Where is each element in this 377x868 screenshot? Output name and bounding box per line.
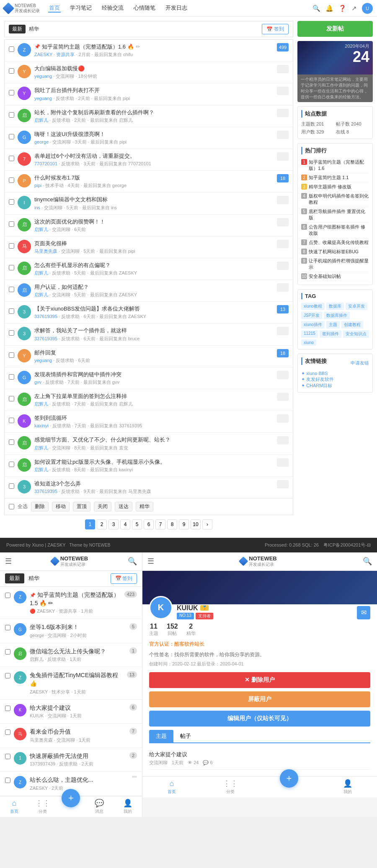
profile-message-button[interactable]: ✉ bbox=[357, 606, 370, 619]
hot-item-1[interactable]: 1 知乎蓝简约主题（完整适配版）1.6 bbox=[301, 158, 369, 173]
page-next[interactable]: › bbox=[202, 519, 212, 529]
post-checkbox[interactable] bbox=[9, 90, 14, 95]
post-checkbox[interactable] bbox=[9, 352, 14, 358]
mobile-tab-newest[interactable]: 最新 bbox=[5, 573, 24, 583]
nav-experience[interactable]: 经验交流 bbox=[101, 4, 124, 13]
post-checkbox[interactable] bbox=[9, 418, 14, 423]
page-2[interactable]: 2 bbox=[97, 519, 107, 529]
post-link[interactable]: 嗨呀！这波UI升级很漂亮啊！ bbox=[34, 131, 105, 138]
hot-item-4[interactable]: 4 版权申明代码插件签名签到化教程 bbox=[301, 192, 369, 207]
nav-notes[interactable]: 学习笔记 bbox=[69, 4, 93, 13]
delete-button[interactable]: 删除 bbox=[31, 502, 49, 511]
mobile-sign-button[interactable]: 📅签到 bbox=[111, 573, 137, 584]
page-7[interactable]: 7 bbox=[155, 519, 165, 529]
search-icon[interactable]: 🔍 bbox=[312, 5, 320, 12]
post-link[interactable]: 签到到流循环 bbox=[34, 414, 67, 422]
post-checkbox[interactable] bbox=[9, 374, 14, 380]
post-checkbox[interactable] bbox=[9, 46, 14, 52]
tag-item[interactable]: 主题 bbox=[326, 321, 340, 329]
post-link[interactable]: 【关于xiunoBBS发信问题】求各位大佬解答 bbox=[34, 305, 140, 313]
tag-item[interactable]: xiuno教程 bbox=[301, 303, 325, 310]
mobile-post-title[interactable]: 微信端怎么无法上传头像呢？ bbox=[30, 647, 126, 656]
mobile-post-checkbox[interactable] bbox=[5, 706, 10, 711]
post-link[interactable]: 发现表情插件和官网的链中插件冲突 bbox=[34, 371, 121, 378]
mobile-post-checkbox[interactable] bbox=[5, 778, 10, 783]
close-button[interactable]: 关闭 bbox=[94, 502, 111, 511]
profile-tab-posts[interactable]: 帖子 bbox=[173, 730, 198, 742]
tag-item[interactable]: 安全知识点 bbox=[343, 330, 369, 338]
mobile-right-post-button[interactable]: + bbox=[280, 769, 298, 788]
hot-item-8[interactable]: 8 快速了机网站标签EBUG bbox=[301, 247, 369, 257]
mobile-post-checkbox[interactable] bbox=[5, 673, 10, 678]
nav-devlog[interactable]: 开发日志 bbox=[165, 4, 188, 13]
profile-tab-topics[interactable]: 主题 bbox=[149, 730, 173, 742]
page-4[interactable]: 4 bbox=[120, 519, 130, 529]
post-link[interactable]: 页面美化很棒 bbox=[34, 240, 67, 247]
post-link[interactable]: 大白编辑器加载慢🔴 bbox=[34, 65, 85, 72]
mobile-nav-post-button[interactable]: + bbox=[62, 789, 80, 807]
page-10[interactable]: 10 bbox=[191, 519, 201, 529]
tag-item[interactable]: xiuno bbox=[301, 339, 316, 346]
tag-item[interactable]: 数据库操作 bbox=[324, 312, 350, 319]
page-1[interactable]: 1 bbox=[85, 519, 95, 529]
post-checkbox[interactable] bbox=[9, 265, 14, 270]
mobile-post-checkbox[interactable] bbox=[5, 754, 10, 759]
user-avatar[interactable]: U bbox=[362, 3, 373, 14]
select-all-checkbox[interactable] bbox=[9, 504, 14, 509]
mobile-nav-profile[interactable]: 👤 我的 bbox=[114, 796, 142, 817]
post-checkbox[interactable] bbox=[9, 199, 14, 205]
post-link[interactable]: 站长，附件这个复制后再刷新查看的什么插件啊？ bbox=[34, 109, 154, 116]
post-checkbox[interactable] bbox=[9, 308, 14, 314]
post-link[interactable]: 邮件回复 bbox=[34, 349, 56, 357]
mobile-nav-message[interactable]: 💬 消息 bbox=[85, 796, 114, 817]
mobile-right-nav-profile[interactable]: 👤 我的 bbox=[318, 777, 377, 797]
mobile-post-title[interactable]: 坐等1.6版本到来！ bbox=[30, 623, 126, 632]
friend-link-1[interactable]: ✦ xiuno BBS bbox=[301, 371, 369, 376]
post-checkbox[interactable] bbox=[9, 177, 14, 183]
post-checkbox[interactable] bbox=[9, 439, 14, 445]
apply-link[interactable]: 申请友链 bbox=[351, 360, 369, 366]
mobile-right-menu-icon[interactable]: ☰ bbox=[147, 557, 154, 566]
hot-item-2[interactable]: 2 知乎蓝简约主题 1.1 bbox=[301, 173, 369, 182]
mobile-menu-icon[interactable]: ☰ bbox=[5, 557, 12, 566]
post-new-button[interactable]: 发新帖 bbox=[297, 21, 373, 37]
post-checkbox[interactable] bbox=[9, 68, 14, 74]
mobile-post-checkbox[interactable] bbox=[5, 625, 10, 630]
edit-user-button[interactable]: 编辑用户（仅站长可见） bbox=[149, 711, 370, 727]
delete-user-button[interactable]: ✕ 删除用户 bbox=[149, 672, 370, 688]
featured-button[interactable]: 精华 bbox=[136, 502, 153, 511]
reset-button[interactable]: 置顶 bbox=[73, 502, 90, 511]
post-link[interactable]: 谁知道这3个怎么弄 bbox=[34, 480, 81, 488]
post-link[interactable]: tinymce编辑器中文文档和国标 bbox=[34, 196, 108, 203]
tag-item[interactable]: 创建教程 bbox=[341, 321, 363, 329]
page-6[interactable]: 6 bbox=[144, 519, 154, 529]
mobile-post-checkbox[interactable] bbox=[5, 649, 10, 655]
tag-item[interactable]: 数据库 bbox=[326, 303, 344, 310]
mobile-post-title[interactable]: 兔兔插件适配TinyMCE编辑器教程 👍 bbox=[30, 671, 124, 688]
page-5[interactable]: 5 bbox=[132, 519, 142, 529]
post-link[interactable]: 用户认证，如何适配？ bbox=[34, 283, 89, 291]
profile-post-title[interactable]: 给大家提个建议 bbox=[149, 751, 370, 758]
friend-link-3[interactable]: ✦ CHARM目标 bbox=[301, 383, 369, 389]
tag-item[interactable]: xiuno插件 bbox=[301, 321, 325, 329]
post-checkbox[interactable] bbox=[9, 134, 14, 139]
mobile-search-icon[interactable]: 🔍 bbox=[128, 557, 137, 566]
post-checkbox[interactable] bbox=[9, 243, 14, 249]
page-9[interactable]: 9 bbox=[179, 519, 189, 529]
site-logo[interactable]: NOTEWEB 开发成长记录 bbox=[4, 3, 40, 13]
mobile-nav-category[interactable]: ⋮⋮ 分类 bbox=[28, 796, 57, 817]
hot-item-10[interactable]: 10 安全基础知识帖 bbox=[301, 272, 369, 281]
sign-button[interactable]: 📅 签到 bbox=[262, 24, 289, 34]
hot-item-7[interactable]: 7 点赞、收藏提高美化传统教程 bbox=[301, 238, 369, 247]
mobile-right-nav-category[interactable]: ⋮⋮ 分类 bbox=[201, 777, 260, 797]
post-link[interactable]: 求解答，我站关了一个插件后，就这样 bbox=[34, 327, 127, 334]
mobile-post-title[interactable]: 快速屏蔽插件无法使用 bbox=[30, 752, 126, 760]
hot-item-5[interactable]: 5 底栏导航插件插件 重置优化版 bbox=[301, 207, 369, 223]
mobile-post-title[interactable]: 站长么么哒，主题优化... bbox=[30, 776, 129, 784]
mobile-post-title[interactable]: 📌 知乎蓝简约主题（完整适配版）1.5 🔥 ✏ bbox=[30, 591, 121, 607]
mobile-tab-featured[interactable]: 精华 bbox=[28, 575, 39, 582]
post-link[interactable]: 什么时候发布1.7版 bbox=[34, 174, 80, 182]
post-link[interactable]: 知乎蓝简约主题（完整适配版）1.6 bbox=[42, 43, 126, 51]
post-checkbox[interactable] bbox=[9, 112, 14, 118]
mobile-post-checkbox[interactable] bbox=[5, 593, 10, 598]
